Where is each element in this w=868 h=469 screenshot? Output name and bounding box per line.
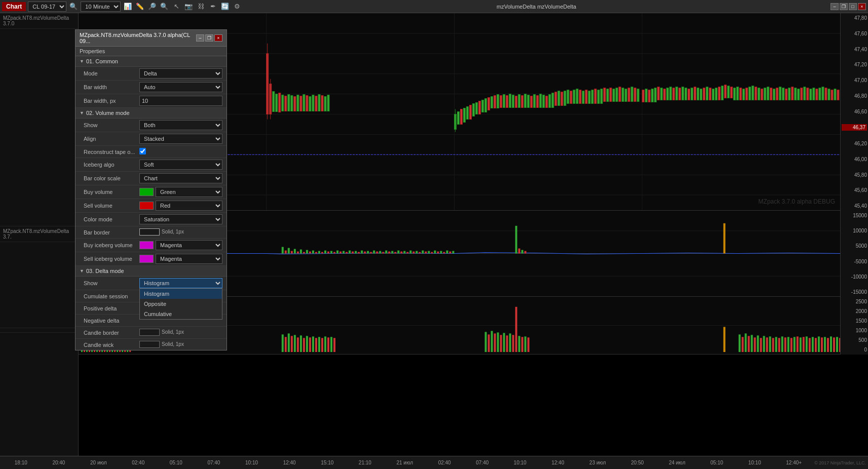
svg-rect-236 [524, 251, 526, 254]
bar-border-text: Solid, 1px [162, 229, 184, 235]
win-minimize-button[interactable]: – [831, 3, 839, 10]
settings-icon[interactable]: ⚙ [232, 2, 242, 12]
svg-rect-343 [509, 333, 511, 352]
svg-rect-349 [724, 327, 726, 352]
collapse-arrow: ▼ [80, 59, 84, 64]
mode-row: Mode Delta Volume Bid/Ask [76, 67, 227, 81]
dialog-minimize-button[interactable]: – [196, 34, 204, 42]
bar-chart-icon[interactable]: 📊 [123, 2, 133, 12]
dropdown-item-histogram[interactable]: Histogram [140, 289, 222, 299]
svg-rect-325 [306, 336, 308, 352]
svg-rect-196 [837, 90, 839, 100]
svg-rect-373 [809, 338, 811, 352]
dialog-restore-button[interactable]: ❐ [205, 34, 213, 42]
vm-selliceberg-label: Sell iceberg volume [84, 256, 139, 262]
svg-rect-94 [524, 94, 526, 108]
mode-select[interactable]: Delta Volume Bid/Ask [139, 68, 222, 79]
symbol-dropdown[interactable]: CL 09-17 [28, 2, 66, 12]
svg-rect-127 [625, 89, 627, 102]
svg-rect-170 [758, 88, 760, 100]
time-label: 02:40 [132, 460, 144, 465]
svg-rect-160 [728, 86, 730, 98]
candle-wick-box [139, 341, 160, 348]
time-label: 10:10 [514, 460, 526, 465]
time-axis: 18:10 20:40 20 июл 02:40 05:10 07:40 10:… [0, 456, 868, 469]
bar-border-preview[interactable]: Solid, 1px [139, 228, 184, 236]
delta-price-axis: 15000 10000 5000 -5000 -10000 -15000 [840, 211, 868, 297]
svg-rect-280 [409, 251, 411, 254]
svg-rect-287 [431, 252, 433, 254]
svg-rect-242 [294, 249, 296, 254]
svg-rect-131 [637, 89, 639, 102]
buy-volume-color-select[interactable]: Green [156, 187, 222, 197]
win-maximize-button[interactable]: □ [849, 3, 857, 10]
buy-volume-color-box[interactable] [139, 188, 154, 196]
dialog-close-button[interactable]: × [214, 34, 222, 42]
mode-label: Mode [84, 70, 139, 76]
dropdown-item-cumulative[interactable]: Cumulative [140, 309, 222, 319]
win-close-button[interactable]: × [858, 3, 866, 10]
svg-rect-348 [527, 337, 530, 352]
svg-rect-250 [318, 251, 320, 254]
refresh-icon[interactable]: 🔄 [220, 2, 230, 12]
svg-rect-365 [784, 337, 786, 352]
vm-iceberg-select[interactable]: Soft Hard None [139, 160, 222, 170]
dm-candleborder-control: Solid, 1px [139, 329, 222, 337]
vm-align-select[interactable]: Stacked Centered [139, 134, 222, 144]
buy-iceberg-color-select[interactable]: Magenta [156, 240, 222, 250]
vm-reconstruct-control [139, 148, 222, 155]
svg-rect-183 [798, 89, 800, 100]
price-tick: 47,60 [842, 31, 867, 36]
svg-rect-276 [397, 251, 399, 254]
svg-rect-118 [597, 90, 599, 104]
svg-rect-345 [518, 336, 520, 352]
time-label: 21 июл [396, 460, 413, 465]
vm-colormode-select[interactable]: Saturation Fixed [139, 214, 222, 224]
svg-rect-275 [394, 252, 396, 254]
camera-icon[interactable]: 📷 [183, 2, 194, 12]
candle-border-preview[interactable]: Solid, 1px [139, 329, 184, 336]
draw-icon[interactable]: ✒ [208, 2, 218, 12]
svg-rect-265 [364, 252, 366, 254]
svg-rect-55 [285, 96, 287, 111]
svg-rect-268 [373, 251, 375, 254]
zoom-in-icon[interactable]: 🔎 [147, 2, 157, 12]
svg-rect-235 [521, 250, 523, 254]
svg-rect-282 [416, 251, 418, 254]
sell-iceberg-color-box[interactable] [139, 255, 154, 263]
link-icon[interactable]: ⛓ [196, 2, 206, 12]
time-label: 20 июл [90, 460, 107, 465]
dropdown-item-opposite[interactable]: Opposite [140, 299, 222, 309]
vm-show-select[interactable]: Both Buy Sell [139, 120, 222, 130]
svg-rect-352 [745, 333, 747, 352]
zoom-out-icon[interactable]: 🔍 [159, 2, 169, 12]
bar-width-px-input[interactable] [139, 96, 222, 106]
pencil-icon[interactable]: ✏️ [135, 2, 145, 12]
svg-rect-318 [285, 337, 287, 352]
section-volume-header[interactable]: ▼ 02. Volume mode [76, 108, 227, 119]
svg-rect-354 [751, 335, 753, 352]
vm-reconstruct-checkbox[interactable] [139, 148, 146, 154]
svg-rect-251 [321, 252, 323, 254]
sell-volume-color-select[interactable]: Red [156, 201, 222, 211]
svg-rect-95 [527, 95, 530, 108]
svg-rect-120 [603, 88, 606, 102]
svg-rect-81 [485, 99, 487, 112]
win-restore-button[interactable]: ❐ [840, 3, 848, 10]
section-common-header[interactable]: ▼ 01. Common [76, 56, 227, 67]
svg-rect-289 [437, 252, 439, 254]
dm-show-select[interactable]: Histogram Opposite Cumulative [139, 278, 222, 288]
section-delta-header[interactable]: ▼ 03. Delta mode [76, 266, 227, 277]
sell-volume-color-box[interactable] [139, 202, 154, 210]
svg-rect-153 [706, 87, 708, 100]
buy-iceberg-color-box[interactable] [139, 241, 154, 249]
bar-width-select[interactable]: Auto Fixed [139, 82, 222, 92]
sell-iceberg-color-select[interactable]: Magenta [156, 254, 222, 264]
timeframe-dropdown[interactable]: 10 Minute [81, 2, 121, 12]
properties-body[interactable]: ▼ 01. Common Mode Delta Volume Bid/Ask B… [76, 56, 227, 350]
svg-rect-353 [748, 336, 750, 352]
candle-wick-preview[interactable]: Solid, 1px [139, 341, 184, 348]
vm-barcolor-select[interactable]: Chart Volume Delta [139, 173, 222, 183]
search-icon[interactable]: 🔍 [68, 2, 79, 12]
cursor-icon[interactable]: ↖ [171, 2, 181, 12]
